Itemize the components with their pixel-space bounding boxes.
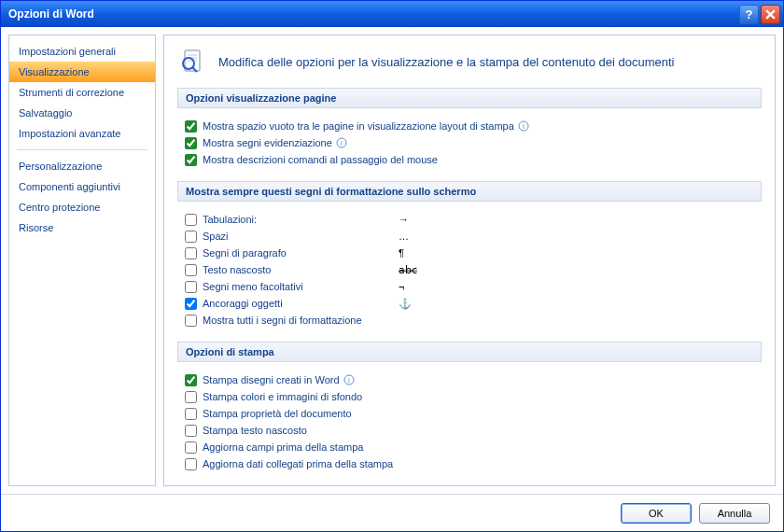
dialog-body: Impostazioni generali Visualizzazione St…: [1, 27, 783, 494]
section-print-options: Stampa disegni creati in Word i Stampa c…: [177, 370, 762, 485]
close-icon: [765, 9, 776, 20]
checkbox[interactable]: [185, 214, 197, 226]
checkbox[interactable]: [185, 441, 197, 454]
options-dialog: Opzioni di Word ? Impostazioni generali …: [0, 0, 784, 532]
section-header-page-display: Opzioni visualizzazione pagine: [177, 88, 762, 108]
section-formatting-marks-options: Tabulazioni: → Spazi … Segni di paragraf…: [177, 209, 762, 342]
info-icon[interactable]: i: [343, 374, 355, 385]
checkbox[interactable]: [185, 137, 197, 149]
checkbox[interactable]: [185, 281, 197, 293]
tab-symbol: →: [399, 214, 409, 225]
checkbox[interactable]: [185, 408, 197, 420]
section-page-display-options: Mostra spazio vuoto tra le pagine in vis…: [177, 116, 762, 181]
header-row: Modifica delle opzioni per la visualizza…: [177, 47, 762, 77]
sidebar: Impostazioni generali Visualizzazione St…: [8, 35, 156, 486]
sidebar-item-resources[interactable]: Risorse: [9, 217, 155, 238]
opt-print-drawings[interactable]: Stampa disegni creati in Word i: [185, 371, 762, 388]
close-button[interactable]: [761, 5, 780, 24]
sidebar-item-addins[interactable]: Componenti aggiuntivi: [9, 176, 155, 197]
help-button[interactable]: ?: [739, 5, 759, 24]
info-icon[interactable]: i: [518, 120, 529, 132]
svg-text:i: i: [348, 376, 350, 385]
opt-spaces[interactable]: Spazi …: [185, 228, 762, 245]
anchor-symbol: ⚓: [399, 298, 412, 310]
sidebar-item-trust[interactable]: Centro protezione: [9, 197, 155, 217]
opt-update-fields[interactable]: Aggiorna campi prima della stampa: [185, 439, 762, 455]
checkbox[interactable]: [185, 425, 197, 437]
titlebar: Opzioni di Word ?: [1, 1, 783, 27]
info-icon[interactable]: i: [336, 137, 347, 148]
sidebar-item-save[interactable]: Salvataggio: [9, 103, 155, 123]
section-header-print-options: Opzioni di stampa: [177, 342, 762, 362]
opt-update-linked-data[interactable]: Aggiorna dati collegati prima della stam…: [185, 455, 762, 472]
opt-print-hidden-text[interactable]: Stampa testo nascosto: [185, 422, 762, 439]
section-header-formatting-marks: Mostra sempre questi segni di formattazi…: [177, 181, 762, 202]
opt-highlighter-marks[interactable]: Mostra segni evidenziazione i: [185, 134, 762, 151]
checkbox[interactable]: [185, 120, 197, 133]
opt-hidden-text[interactable]: Testo nascosto a̶b̶c̶: [185, 261, 762, 278]
checkbox[interactable]: [185, 264, 197, 276]
opt-object-anchors[interactable]: Ancoraggi oggetti ⚓: [185, 295, 762, 312]
sidebar-item-customize[interactable]: Personalizzazione: [9, 156, 155, 176]
opt-print-properties[interactable]: Stampa proprietà del documento: [185, 405, 762, 422]
checkbox[interactable]: [185, 247, 197, 259]
checkbox[interactable]: [185, 391, 197, 403]
opt-tabs[interactable]: Tabulazioni: →: [185, 211, 762, 228]
svg-text:i: i: [341, 139, 343, 147]
sidebar-item-display[interactable]: Visualizzazione: [9, 62, 155, 82]
checkbox[interactable]: [185, 374, 197, 386]
page-magnify-icon: [177, 47, 207, 77]
sidebar-separator: [17, 149, 147, 150]
opt-paragraph-marks[interactable]: Segni di paragrafo ¶: [185, 245, 762, 261]
checkbox[interactable]: [185, 315, 197, 327]
ok-button[interactable]: OK: [621, 503, 692, 524]
dialog-footer: OK Annulla: [1, 494, 783, 531]
titlebar-title: Opzioni di Word: [8, 7, 739, 21]
opt-optional-hyphens[interactable]: Segni meno facoltativi ¬: [185, 278, 762, 295]
opt-all-formatting-marks[interactable]: Mostra tutti i segni di formattazione: [185, 312, 762, 329]
main-panel: Modifica delle opzioni per la visualizza…: [163, 35, 776, 486]
hyphen-symbol: ¬: [399, 281, 404, 292]
svg-text:i: i: [523, 122, 525, 131]
checkbox[interactable]: [185, 458, 197, 470]
opt-print-background[interactable]: Stampa colori e immagini di sfondo: [185, 388, 762, 405]
cancel-button[interactable]: Annulla: [699, 503, 770, 524]
sidebar-item-general[interactable]: Impostazioni generali: [9, 41, 155, 62]
paragraph-symbol: ¶: [399, 247, 404, 259]
sidebar-item-advanced[interactable]: Impostazioni avanzate: [9, 123, 155, 144]
header-text: Modifica delle opzioni per la visualizza…: [218, 55, 675, 69]
sidebar-item-proofing[interactable]: Strumenti di correzione: [9, 82, 155, 103]
titlebar-buttons: ?: [739, 5, 780, 24]
checkbox[interactable]: [185, 298, 197, 310]
checkbox[interactable]: [185, 154, 197, 166]
space-symbol: …: [399, 231, 409, 242]
checkbox[interactable]: [185, 231, 197, 243]
hidden-text-symbol: a̶b̶c̶: [399, 264, 417, 276]
opt-tooltips-on-hover[interactable]: Mostra descrizioni comandi al passaggio …: [185, 151, 762, 168]
opt-whitespace-between-pages[interactable]: Mostra spazio vuoto tra le pagine in vis…: [185, 118, 762, 134]
